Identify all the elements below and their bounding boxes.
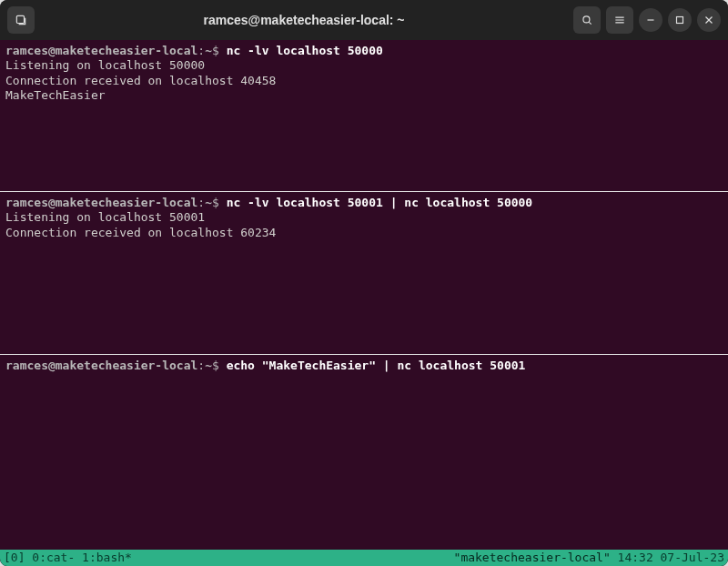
- prompt-path: ~: [205, 196, 212, 209]
- titlebar-left: [7, 6, 35, 34]
- prompt-dollar: $: [212, 196, 219, 209]
- hamburger-icon: [613, 14, 626, 26]
- svg-rect-0: [16, 15, 24, 23]
- prompt-line: ramces@maketecheasier-local:~$ echo "Mak…: [5, 359, 723, 373]
- svg-point-1: [583, 16, 590, 23]
- output-line: Listening on localhost 50000: [5, 58, 723, 73]
- output-line: MakeTechEasier: [5, 88, 723, 103]
- window-title: ramces@maketecheasier-local: ~: [40, 13, 568, 27]
- prompt-user: ramces@maketecheasier-local: [5, 196, 197, 209]
- status-right: "maketecheasier-local" 14:32 07-Jul-23: [454, 551, 724, 565]
- close-icon: [703, 14, 715, 26]
- svg-rect-2: [677, 17, 683, 24]
- new-tab-button[interactable]: [7, 6, 35, 34]
- search-button[interactable]: [573, 6, 601, 34]
- tmux-statusbar: [0] 0:cat- 1:bash* "maketecheasier-local…: [0, 550, 728, 566]
- titlebar-right: [573, 6, 721, 34]
- tmux-pane-0[interactable]: ramces@maketecheasier-local:~$ nc -lv lo…: [0, 40, 728, 191]
- output-line: Listening on localhost 50001: [5, 210, 723, 225]
- command-text: nc -lv localhost 50001 | nc localhost 50…: [227, 196, 533, 209]
- maximize-button[interactable]: [668, 8, 692, 32]
- command-text: nc -lv localhost 50000: [227, 44, 383, 57]
- terminal-area[interactable]: ramces@maketecheasier-local:~$ nc -lv lo…: [0, 40, 728, 566]
- prompt-colon: :: [197, 44, 205, 57]
- output-line: Connection received on localhost 60234: [5, 226, 723, 240]
- minimize-button[interactable]: [639, 8, 662, 32]
- status-date: 07-Jul-23: [661, 551, 724, 564]
- terminal-window: ramces@maketecheasier-local: ~ ramces@ma…: [0, 0, 728, 566]
- prompt-colon: :: [197, 359, 205, 372]
- tmux-pane-2[interactable]: ramces@maketecheasier-local:~$ echo "Mak…: [0, 355, 728, 550]
- output-line: Connection received on localhost 40458: [5, 74, 723, 88]
- prompt-dollar: $: [212, 44, 219, 57]
- minimize-icon: [644, 14, 657, 26]
- menu-button[interactable]: [606, 6, 633, 34]
- search-icon: [581, 14, 593, 26]
- close-button[interactable]: [697, 8, 721, 32]
- status-time: 14:32: [618, 551, 653, 564]
- status-hostname: "maketecheasier-local": [454, 551, 611, 564]
- prompt-path: ~: [205, 44, 212, 57]
- tmux-pane-1[interactable]: ramces@maketecheasier-local:~$ nc -lv lo…: [0, 192, 728, 354]
- command-text: echo "MakeTechEasier" | nc localhost 500…: [227, 359, 526, 372]
- prompt-line: ramces@maketecheasier-local:~$ nc -lv lo…: [5, 44, 723, 58]
- prompt-user: ramces@maketecheasier-local: [5, 44, 197, 57]
- prompt-line: ramces@maketecheasier-local:~$ nc -lv lo…: [5, 196, 723, 210]
- prompt-colon: :: [197, 196, 205, 209]
- prompt-path: ~: [205, 359, 212, 372]
- new-tab-icon: [15, 14, 27, 26]
- prompt-dollar: $: [212, 359, 219, 372]
- maximize-icon: [673, 14, 686, 26]
- titlebar: ramces@maketecheasier-local: ~: [0, 0, 728, 40]
- status-left: [0] 0:cat- 1:bash*: [4, 551, 454, 565]
- prompt-user: ramces@maketecheasier-local: [5, 359, 197, 372]
- tmux-panes: ramces@maketecheasier-local:~$ nc -lv lo…: [0, 40, 728, 550]
